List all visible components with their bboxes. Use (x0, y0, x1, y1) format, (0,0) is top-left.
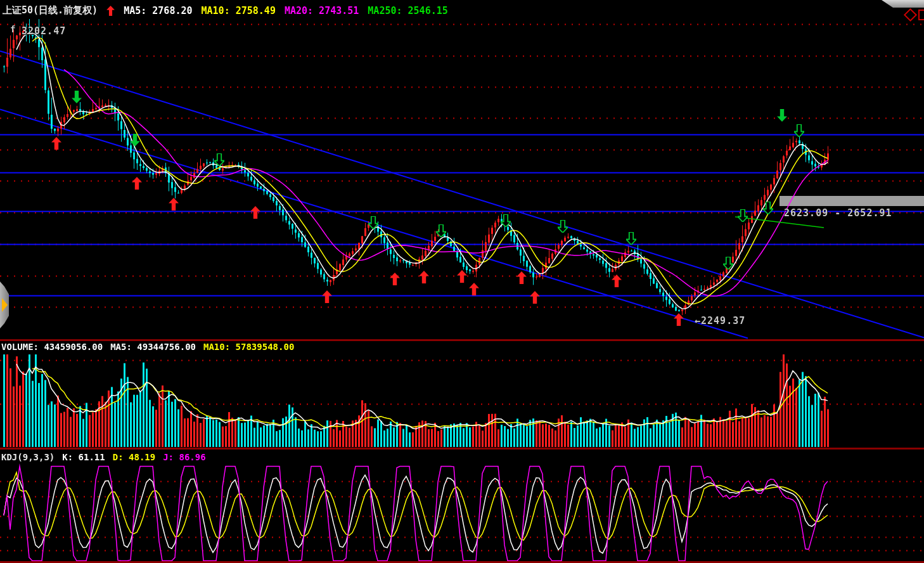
expand-arrow-icon (2, 298, 8, 312)
volume-pane[interactable] (0, 340, 924, 449)
sell-signal-icon (130, 134, 140, 146)
kdj-title: KDJ(9,3,3) (1, 452, 55, 462)
sell-signal-icon (626, 232, 636, 245)
ma10-value: MA10: 2758.49 (202, 5, 276, 16)
ma20-value: MA20: 2743.51 (285, 5, 359, 16)
low-price-label: ←2249.37 (695, 315, 745, 327)
ma5-value: MA5: 2768.20 (124, 5, 192, 16)
diamond-icon[interactable] (904, 8, 917, 22)
kdj-j-value: J: 86.96 (163, 452, 205, 462)
buy-signal-icon (390, 273, 400, 285)
volume-ma5-value: MA5: 49344756.00 (110, 342, 196, 352)
buy-signal-icon (457, 270, 467, 283)
volume-pane-header: VOLUME: 43459056.00 MA5: 49344756.00 MA1… (1, 342, 294, 352)
volume-ma10-value: MA10: 57839548.00 (203, 342, 294, 352)
sell-signal-icon (501, 214, 511, 227)
kdj-pane-header: KDJ(9,3,3) K: 61.11 D: 48.19 J: 86.96 (1, 452, 206, 462)
sell-signal-icon (777, 109, 787, 122)
buy-signal-icon (169, 198, 179, 210)
sell-signal-icon (723, 257, 733, 269)
buy-signal-icon (419, 271, 429, 283)
high-price-label: 3202.47 (22, 25, 66, 37)
sell-signal-icon (558, 220, 568, 233)
buy-signal-icon (51, 137, 61, 150)
sell-signal-icon (738, 209, 748, 222)
kdj-d-value: D: 48.19 (113, 452, 155, 462)
chart-window: 上证50(日线.前复权) MA5: 2768.20 MA10: 2758.49 … (0, 0, 924, 563)
sell-signal-icon (214, 153, 224, 166)
event-flag-marker: f (10, 24, 15, 34)
sell-signal-icon (436, 224, 446, 237)
buy-signal-icon (469, 283, 479, 295)
toolbar-corner (878, 0, 924, 8)
buy-signal-icon (674, 313, 684, 326)
ma250-value: MA250: 2546.15 (368, 5, 447, 16)
buy-signal-icon (322, 290, 332, 303)
buy-signal-icon (612, 275, 622, 287)
sell-signal-icon (368, 216, 378, 229)
buy-signal-icon (250, 206, 260, 219)
price-range-label: 2623.09 - 2652.91 (784, 207, 892, 219)
symbol-title: 上证50(日线.前复权) (3, 4, 98, 16)
top-right-toolbar (878, 0, 924, 20)
square-icon[interactable] (918, 10, 924, 20)
volume-value: VOLUME: 43459056.00 (1, 342, 103, 352)
sell-signal-icon (763, 202, 773, 214)
sell-signal-icon (794, 124, 804, 137)
price-pane-header: 上证50(日线.前复权) MA5: 2768.20 MA10: 2758.49 … (3, 4, 448, 16)
kdj-k-value: K: 61.11 (62, 452, 105, 462)
up-arrow-icon (106, 6, 115, 16)
buy-signal-icon (132, 177, 142, 190)
buy-signal-icon (517, 271, 527, 284)
buy-signal-icon (530, 291, 540, 304)
kdj-pane[interactable] (0, 451, 924, 562)
sell-signal-icon (72, 91, 82, 103)
